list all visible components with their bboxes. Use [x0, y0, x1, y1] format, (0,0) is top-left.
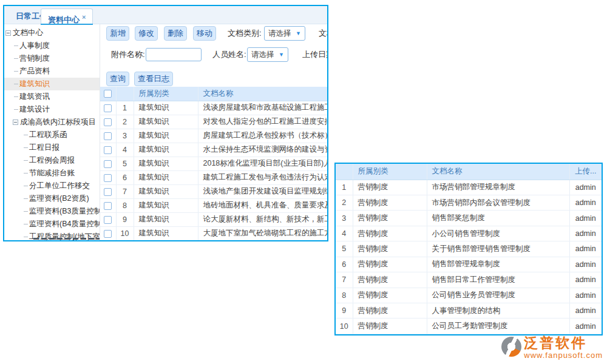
- document-list-pane: 新增 修改 删除 移动 文档类别: 请选择 ▼ 文档 附件名称: 人员姓名: 请…: [100, 24, 327, 240]
- query-button[interactable]: 查询: [106, 72, 129, 86]
- header-category: 所属别类: [353, 164, 427, 180]
- table-row[interactable]: 8建筑知识地砖地面材料、机具准备、质量要求及...: [100, 198, 327, 212]
- select-all-checkbox[interactable]: [104, 90, 112, 98]
- row-checkbox[interactable]: [104, 160, 112, 168]
- collapse-icon[interactable]: [13, 120, 18, 125]
- header-doc-name: 文档名称: [427, 164, 569, 180]
- sidebar-item-railway-project[interactable]: 成渝高铁内江标段项目: [4, 116, 100, 129]
- doc-type-select[interactable]: 请选择 ▼: [264, 26, 305, 41]
- tree-connector: [24, 147, 28, 148]
- doc-type-value: 请选择: [268, 29, 291, 38]
- collapse-icon[interactable]: [5, 30, 11, 36]
- sidebar-item-building-design[interactable]: 建筑设计: [4, 103, 100, 116]
- document-center-window: 日常工作 资料中心× 文档中心 人事制度 营销制度 产品资料 建筑知识 建筑资讯…: [3, 5, 328, 241]
- sidebar-item-supervision-b3[interactable]: 监理资料(B3质量控制): [4, 205, 100, 218]
- sidebar-item-work-transfer[interactable]: 分工单位工作移交: [4, 180, 100, 192]
- table-row[interactable]: 6建筑知识建筑工程施工发包与承包违法行为认定...: [100, 170, 327, 184]
- clipped-label: 文档: [319, 26, 328, 41]
- table-row[interactable]: 4营销制度小公司销售管理制度admin: [336, 226, 602, 241]
- table-row[interactable]: 3建筑知识房屋建筑工程总承包投标书（技术标）...: [100, 129, 327, 143]
- tree-connector: [24, 224, 28, 224]
- person-name-label: 人员姓名:: [212, 47, 246, 62]
- tree-connector: [24, 198, 28, 199]
- table-row[interactable]: 5营销制度关于销售部管理销售管理制度admin: [336, 241, 602, 257]
- tree-connector: [24, 186, 28, 186]
- sidebar-item-hr-policy[interactable]: 人事制度: [4, 39, 100, 52]
- tree-connector: [24, 237, 28, 237]
- sidebar-item-building-news[interactable]: 建筑资讯: [4, 90, 100, 103]
- table-row[interactable]: 2建筑知识对发包人指定分包的工程施工进度安排...: [100, 115, 327, 129]
- tree-connector: [24, 135, 28, 135]
- add-button[interactable]: 新增: [106, 26, 129, 41]
- document-table: 所属别类 文档名称 1建筑知识浅谈房屋建筑和市政基础设施工程施工... 2建筑知…: [100, 87, 327, 240]
- table-row[interactable]: 5建筑知识2018标准化监理项目部(业主项目部)人员...: [100, 157, 327, 170]
- table-row[interactable]: 7建筑知识浅谈地产集团开发建设项目监理规划编...: [100, 184, 327, 198]
- sidebar-item-building-knowledge[interactable]: 建筑知识: [4, 78, 100, 90]
- sidebar-item-doc-center[interactable]: 文档中心: [4, 27, 100, 39]
- row-checkbox[interactable]: [104, 146, 112, 154]
- table-row[interactable]: 8营销制度公司销售业务员管理制度admin: [336, 288, 602, 303]
- sidebar-item-supervision-b2[interactable]: 监理资料(B2资质): [4, 192, 100, 205]
- upload-date-label: 上传日期: [302, 47, 328, 62]
- sidebar-item-daily-report[interactable]: 工程日报: [4, 141, 100, 154]
- row-checkbox[interactable]: [104, 118, 112, 126]
- document-tree: 文档中心 人事制度 营销制度 产品资料 建筑知识 建筑资讯 建筑设计 成渝高铁内…: [4, 24, 100, 240]
- header-doc-name: 文档名称: [198, 87, 327, 101]
- row-checkbox[interactable]: [104, 132, 112, 140]
- tree-connector: [14, 109, 18, 110]
- table-row[interactable]: 10建筑知识大厦地下室加气砼墙砌筑工程的施工方...: [100, 226, 327, 240]
- table-row[interactable]: 1建筑知识浅谈房屋建筑和市政基础设施工程施工...: [100, 101, 327, 115]
- tree-connector: [14, 58, 18, 59]
- vendor-logo: 泛普软件 www.fanpusoft.com: [501, 335, 603, 360]
- tree-connector: [24, 211, 28, 212]
- tree-connector: [14, 84, 18, 84]
- tab-data-center[interactable]: 资料中心×: [41, 8, 93, 24]
- attachment-name-input[interactable]: [146, 48, 202, 61]
- person-name-select[interactable]: 请选择 ▼: [247, 47, 288, 62]
- tab-data-center-label: 资料中心: [48, 15, 80, 24]
- row-checkbox[interactable]: [104, 174, 112, 182]
- tree-connector: [14, 96, 18, 97]
- table-row[interactable]: 10营销制度公司员工考勤管理制度admin: [336, 318, 602, 334]
- header-category: 所属别类: [134, 87, 198, 101]
- doc-type-label: 文档类别:: [228, 26, 262, 41]
- header-uploader: 上传...: [569, 164, 602, 180]
- table-row[interactable]: 9营销制度人事管理制度的结构admin: [336, 303, 602, 318]
- sidebar-item-supervision-b4[interactable]: 监理资料(B4质量控制): [4, 218, 100, 231]
- table-row[interactable]: 3营销制度销售部奖惩制度admin: [336, 211, 602, 226]
- table-row[interactable]: 1营销制度市场营销部管理规章制度admin: [336, 180, 602, 195]
- table-row[interactable]: 2营销制度市场营销部内部会议管理制度admin: [336, 195, 602, 210]
- sidebar-item-weekly-meeting[interactable]: 工程例会周报: [4, 154, 100, 167]
- tree-connector: [24, 160, 28, 161]
- row-checkbox[interactable]: [104, 230, 112, 238]
- marketing-policy-table: 所属别类 文档名称 上传... 1营销制度市场营销部管理规章制度admin 2营…: [336, 164, 602, 334]
- sidebar-item-clipped[interactable]: [33, 238, 100, 240]
- chevron-down-icon: ▼: [296, 27, 301, 40]
- edit-button[interactable]: 修改: [135, 26, 158, 41]
- table-row[interactable]: 9建筑知识论大厦新材料、新结构、新技术，新工...: [100, 212, 327, 226]
- marketing-policy-table-panel: 所属别类 文档名称 上传... 1营销制度市场营销部管理规章制度admin 2营…: [334, 163, 603, 335]
- table-row[interactable]: 4建筑知识水土保持生态环境监测网络的建设与资...: [100, 143, 327, 157]
- table-row[interactable]: 7营销制度销售部日常工作管理制度admin: [336, 272, 602, 288]
- row-checkbox[interactable]: [104, 188, 112, 196]
- sidebar-item-marketing-policy[interactable]: 营销制度: [4, 52, 100, 65]
- attachment-name-label: 附件名称:: [111, 47, 145, 62]
- tab-bar: 日常工作 资料中心×: [4, 6, 327, 24]
- row-checkbox[interactable]: [104, 202, 112, 210]
- delete-button[interactable]: 删除: [164, 26, 187, 41]
- tree-connector: [14, 46, 18, 46]
- sidebar-item-energy-ledger[interactable]: 节能减排台账: [4, 167, 100, 180]
- vendor-name: 泛普软件: [524, 335, 603, 351]
- table-row[interactable]: 6营销制度销售部管理规章制度admin: [336, 257, 602, 272]
- view-log-button[interactable]: 查看日志: [134, 72, 173, 86]
- header-index: [336, 164, 353, 180]
- tree-connector: [14, 71, 18, 72]
- sidebar-item-product-data[interactable]: 产品资料: [4, 65, 100, 78]
- tab-close-icon[interactable]: ×: [82, 13, 86, 21]
- sidebar-item-contact-letter[interactable]: 工程联系函: [4, 129, 100, 141]
- table-header-row: 所属别类 文档名称: [100, 87, 327, 101]
- row-checkbox[interactable]: [104, 216, 112, 224]
- row-checkbox[interactable]: [104, 104, 112, 112]
- tree-connector: [24, 173, 28, 174]
- move-button[interactable]: 移动: [193, 26, 216, 41]
